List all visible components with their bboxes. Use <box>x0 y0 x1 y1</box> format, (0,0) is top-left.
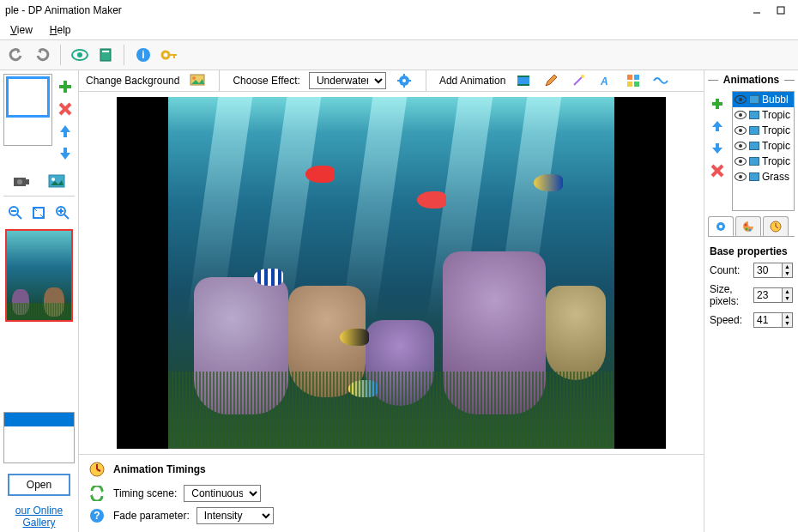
online-gallery-link[interactable]: our Online Gallery <box>3 505 75 529</box>
svg-rect-34 <box>403 74 405 76</box>
timing-scene-select[interactable]: Continuous <box>184 485 261 502</box>
right-sidebar: Animations Bubbl Tropic Tropic Tropic Tr… <box>704 70 798 532</box>
key-button[interactable] <box>158 44 180 66</box>
anim-down-icon[interactable] <box>708 139 727 158</box>
maximize-button[interactable] <box>776 5 786 15</box>
animation-item[interactable]: Tropic <box>733 107 794 123</box>
add-page-icon[interactable] <box>56 77 75 96</box>
titlebar: ple - DP Animation Maker <box>0 0 798 21</box>
scene <box>168 97 614 449</box>
svg-point-58 <box>719 225 722 228</box>
scene-preview[interactable] <box>5 229 73 322</box>
add-animation-label[interactable]: Add Animation <box>439 75 505 87</box>
layer-icon <box>749 126 759 135</box>
zoom-out-icon[interactable] <box>6 203 25 222</box>
minimize-button[interactable] <box>752 5 762 15</box>
svg-point-31 <box>192 76 196 80</box>
options-toolbar: Change Background Choose Effect: Underwa… <box>79 70 704 92</box>
change-background-label[interactable]: Change Background <box>86 75 179 87</box>
svg-rect-36 <box>397 80 400 82</box>
window-title: ple - DP Animation Maker <box>5 4 122 16</box>
tab-settings[interactable] <box>708 216 734 236</box>
size-input[interactable]: ▲▼ <box>753 287 793 303</box>
animation-item[interactable]: Tropic <box>733 138 794 154</box>
grid-icon[interactable] <box>624 71 643 90</box>
canvas[interactable] <box>117 97 666 449</box>
svg-rect-44 <box>627 75 632 80</box>
visibility-icon[interactable] <box>735 172 747 181</box>
visibility-icon[interactable] <box>735 142 747 150</box>
svg-point-61 <box>749 229 752 232</box>
tab-timing[interactable] <box>763 216 789 236</box>
book-button[interactable] <box>94 44 117 66</box>
gallery-item[interactable] <box>4 413 74 426</box>
pages-panel[interactable] <box>3 74 52 146</box>
animation-item[interactable]: Tropic <box>733 154 794 169</box>
move-up-icon[interactable] <box>56 122 75 141</box>
left-sidebar: Open our Online Gallery <box>0 70 79 532</box>
anim-up-icon[interactable] <box>708 117 727 136</box>
timings-title: Animation Timings <box>113 463 206 475</box>
preview-button[interactable] <box>69 44 91 66</box>
add-animation-icon[interactable] <box>708 94 727 113</box>
tab-palette[interactable] <box>735 216 761 236</box>
svg-rect-45 <box>634 75 639 80</box>
svg-rect-37 <box>408 80 411 82</box>
visibility-icon[interactable] <box>735 111 747 119</box>
visibility-icon[interactable] <box>735 95 747 104</box>
layer-icon <box>749 157 759 166</box>
effect-settings-icon[interactable] <box>395 71 414 90</box>
zoom-fit-icon[interactable] <box>29 203 48 222</box>
film-icon[interactable] <box>514 71 533 90</box>
svg-point-3 <box>77 52 82 57</box>
svg-rect-9 <box>168 54 177 56</box>
wand-icon[interactable] <box>569 71 588 90</box>
change-background-icon[interactable] <box>188 71 207 90</box>
svg-point-42 <box>581 75 584 78</box>
info-button[interactable]: i <box>132 44 154 66</box>
delete-animation-icon[interactable] <box>708 161 727 180</box>
svg-line-21 <box>17 215 21 219</box>
fade-parameter-select[interactable]: Intensity <box>196 507 274 524</box>
menubar: View Help <box>0 21 798 39</box>
speed-label: Speed: <box>710 314 742 326</box>
move-down-icon[interactable] <box>56 144 75 163</box>
gallery-list[interactable] <box>3 412 75 463</box>
menu-help[interactable]: Help <box>46 22 75 38</box>
count-label: Count: <box>710 264 740 276</box>
visibility-icon[interactable] <box>735 157 747 166</box>
animation-item[interactable]: Grass <box>733 169 794 184</box>
svg-point-60 <box>746 228 748 231</box>
redo-button[interactable] <box>31 44 53 66</box>
base-properties-title: Base properties <box>710 245 793 257</box>
svg-rect-1 <box>777 7 784 14</box>
picture-icon[interactable] <box>47 172 66 190</box>
svg-rect-46 <box>627 82 632 87</box>
text-icon[interactable]: A <box>596 71 615 90</box>
wave-icon[interactable] <box>651 71 670 90</box>
layer-icon <box>749 95 759 104</box>
layer-icon <box>749 111 759 119</box>
svg-point-19 <box>51 178 55 181</box>
delete-page-icon[interactable] <box>56 100 75 118</box>
menu-view[interactable]: View <box>7 22 36 38</box>
animations-list[interactable]: Bubbl Tropic Tropic Tropic Tropic Grass <box>732 91 795 211</box>
count-input[interactable]: ▲▼ <box>753 263 793 278</box>
size-label: Size, pixels: <box>710 283 750 307</box>
svg-text:A: A <box>600 76 608 88</box>
open-button[interactable]: Open <box>8 474 70 496</box>
pencil-icon[interactable] <box>541 71 560 90</box>
speed-input[interactable]: ▲▼ <box>753 312 793 328</box>
page-thumbnail[interactable] <box>6 76 50 118</box>
camera-icon[interactable] <box>12 172 31 190</box>
effect-select[interactable]: Underwater <box>309 72 386 89</box>
main-toolbar: i <box>0 39 798 70</box>
visibility-icon[interactable] <box>735 126 747 135</box>
fade-parameter-label: Fade parameter: <box>113 510 190 522</box>
choose-effect-label: Choose Effect: <box>233 75 300 87</box>
undo-button[interactable] <box>5 44 27 66</box>
animation-item[interactable]: Bubbl <box>733 92 794 107</box>
zoom-in-icon[interactable] <box>53 203 72 222</box>
svg-rect-16 <box>26 179 29 184</box>
animation-item[interactable]: Tropic <box>733 123 794 138</box>
